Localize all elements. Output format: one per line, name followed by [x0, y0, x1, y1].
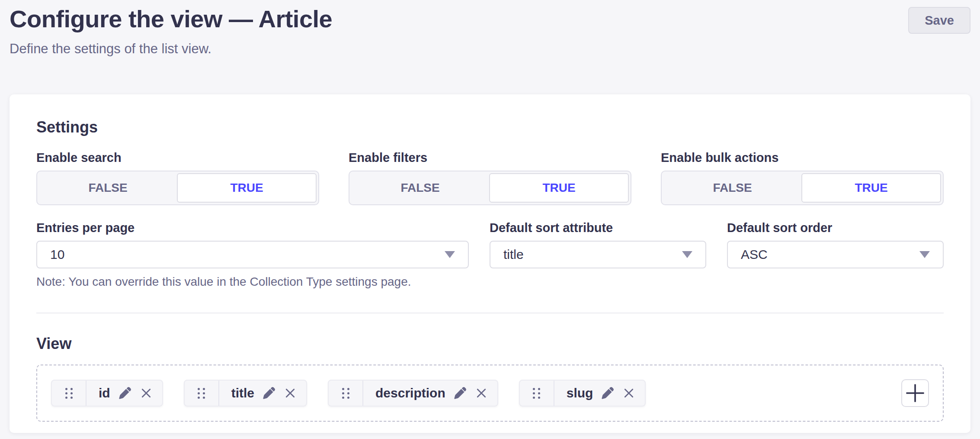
field-chip-body: description	[363, 381, 497, 406]
six-dots-icon	[533, 388, 540, 399]
add-field-button[interactable]	[901, 379, 929, 407]
chevron-down-icon	[919, 251, 930, 258]
plus-icon	[903, 381, 928, 406]
selects-row: Entries per page 10 Note: You can overri…	[36, 220, 944, 289]
default-sort-attribute-label: Default sort attribute	[490, 220, 706, 236]
field-entries-per-page: Entries per page 10 Note: You can overri…	[36, 220, 469, 289]
enable-filters-false-option[interactable]: FALSE	[351, 173, 489, 203]
default-sort-order-value: ASC	[741, 247, 768, 262]
six-dots-icon	[198, 388, 205, 399]
edit-icon[interactable]	[263, 387, 275, 399]
edit-icon[interactable]	[454, 387, 466, 399]
default-sort-attribute-value: title	[503, 247, 524, 262]
chevron-down-icon	[682, 251, 692, 258]
enable-search-toggle: FALSE TRUE	[36, 171, 319, 205]
remove-icon[interactable]	[284, 387, 297, 400]
displayed-fields-list: id title	[36, 365, 944, 422]
configuration-card: Settings Enable search FALSE TRUE Enable…	[10, 94, 970, 433]
enable-search-true-option[interactable]: TRUE	[177, 173, 317, 203]
view-section-heading: View	[36, 334, 944, 353]
field-chip-label: id	[99, 386, 110, 400]
enable-bulk-actions-false-option[interactable]: FALSE	[663, 173, 801, 203]
field-enable-search: Enable search FALSE TRUE	[36, 150, 319, 205]
enable-filters-true-option[interactable]: TRUE	[489, 173, 629, 203]
enable-bulk-actions-true-option[interactable]: TRUE	[801, 173, 941, 203]
drag-handle-icon[interactable]	[329, 381, 363, 406]
default-sort-order-label: Default sort order	[727, 220, 944, 236]
page-title: Configure the view — Article	[10, 4, 332, 34]
page-subtitle: Define the settings of the list view.	[10, 41, 332, 57]
drag-handle-icon[interactable]	[185, 381, 219, 406]
enable-bulk-actions-toggle: FALSE TRUE	[661, 171, 944, 205]
section-divider	[36, 313, 944, 313]
enable-search-label: Enable search	[36, 150, 319, 165]
field-chip-label: slug	[567, 386, 593, 400]
entries-per-page-label: Entries per page	[36, 220, 469, 236]
field-enable-bulk-actions: Enable bulk actions FALSE TRUE	[661, 150, 944, 205]
field-chip-slug: slug	[519, 380, 646, 407]
field-chip-label: title	[231, 386, 254, 400]
drag-handle-icon[interactable]	[520, 381, 554, 406]
remove-icon[interactable]	[475, 387, 488, 400]
field-chip-id: id	[51, 380, 163, 407]
default-sort-order-select[interactable]: ASC	[727, 241, 944, 268]
entries-per-page-value: 10	[50, 247, 64, 262]
field-chip-label: description	[375, 386, 445, 400]
enable-filters-toggle: FALSE TRUE	[349, 171, 631, 205]
six-dots-icon	[342, 388, 349, 399]
field-enable-filters: Enable filters FALSE TRUE	[349, 150, 631, 205]
drag-handle-icon[interactable]	[52, 381, 86, 406]
field-chip-body: title	[219, 381, 306, 406]
field-default-sort-order: Default sort order ASC	[727, 220, 944, 289]
six-dots-icon	[65, 388, 73, 399]
enable-filters-label: Enable filters	[349, 150, 631, 165]
enable-search-false-option[interactable]: FALSE	[39, 173, 177, 203]
page-header-text: Configure the view — Article Define the …	[10, 4, 332, 57]
remove-icon[interactable]	[622, 387, 635, 400]
save-button[interactable]: Save	[908, 7, 970, 34]
entries-per-page-select[interactable]: 10	[36, 241, 469, 268]
field-default-sort-attribute: Default sort attribute title	[490, 220, 706, 289]
settings-section-heading: Settings	[36, 118, 944, 137]
default-sort-attribute-select[interactable]: title	[490, 241, 706, 268]
field-chip-body: id	[86, 381, 162, 406]
chevron-down-icon	[445, 251, 455, 258]
remove-icon[interactable]	[140, 387, 153, 400]
enable-bulk-actions-label: Enable bulk actions	[661, 150, 944, 165]
entries-per-page-note: Note: You can override this value in the…	[36, 274, 469, 289]
field-chip-description: description	[328, 380, 498, 407]
toggles-row: Enable search FALSE TRUE Enable filters …	[36, 150, 944, 205]
page-header: Configure the view — Article Define the …	[0, 0, 980, 57]
edit-icon[interactable]	[119, 387, 131, 399]
field-chip-title: title	[184, 380, 307, 407]
edit-icon[interactable]	[602, 387, 614, 399]
field-chip-body: slug	[554, 381, 645, 406]
